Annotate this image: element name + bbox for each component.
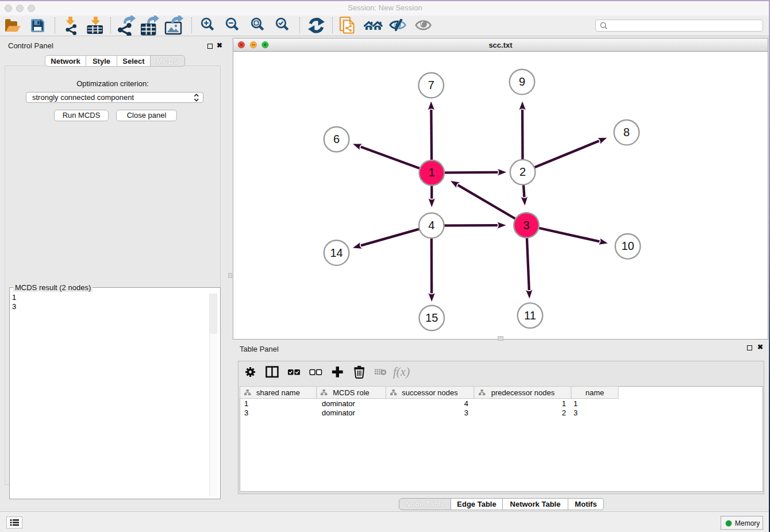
svg-text:3: 3 [523,219,529,232]
svg-text:4: 4 [428,219,434,232]
svg-text:predecessor nodes: predecessor nodes [491,388,555,397]
svg-text:f(x): f(x) [393,365,410,379]
svg-text:shared name: shared name [256,388,300,397]
svg-text:MCDS role: MCDS role [333,388,369,397]
svg-text:2: 2 [519,165,526,178]
svg-text:7: 7 [428,79,434,91]
svg-text:11: 11 [524,309,536,322]
svg-text:name: name [586,388,605,397]
svg-text:10: 10 [621,240,634,252]
svg-text:8: 8 [623,126,630,138]
svg-text:1: 1 [429,166,435,179]
svg-text:14: 14 [330,246,342,259]
svg-text:6: 6 [333,133,340,145]
svg-text:15: 15 [425,311,438,324]
svg-text:9: 9 [519,75,525,88]
svg-text:successor nodes: successor nodes [402,388,458,397]
